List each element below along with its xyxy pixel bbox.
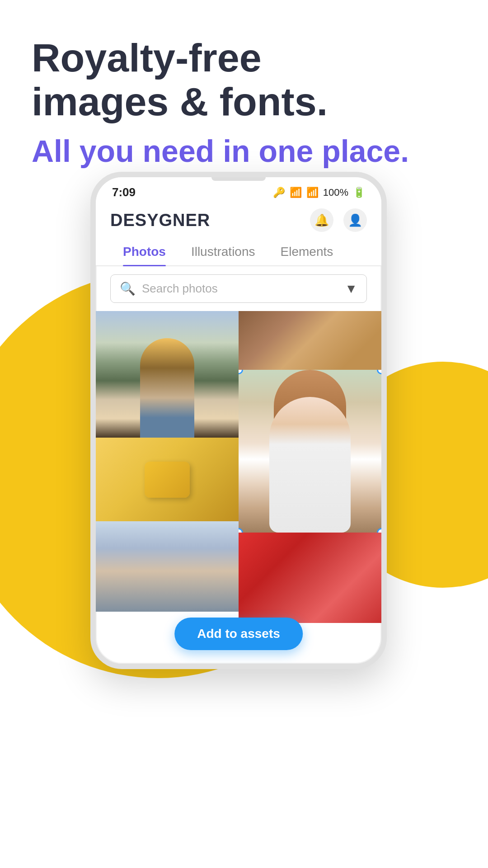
app-logo: DESYGNER (110, 211, 210, 230)
profile-icon: 👤 (348, 213, 362, 227)
signal-icon: 📶 (306, 187, 319, 198)
wifi-icon: 📶 (290, 187, 302, 198)
photo-indoor[interactable] (239, 311, 381, 370)
left-column (96, 311, 239, 664)
tab-photos[interactable]: Photos (110, 236, 178, 265)
search-icon: 🔍 (120, 281, 136, 296)
main-title: Royalty-free images & fonts. (32, 36, 456, 124)
notification-bell-button[interactable]: 🔔 (310, 208, 333, 232)
bride-figure-shape (269, 397, 351, 533)
phone-mockup: 7:09 🔑 📶 📶 100% 🔋 DESYGNER 🔔 👤 (90, 172, 398, 669)
tabs-bar: Photos Illustrations Elements (96, 236, 381, 266)
status-time: 7:09 (112, 185, 136, 199)
bg-white-bottom (63, 732, 425, 868)
status-icons: 🔑 📶 📶 100% 🔋 (273, 187, 365, 198)
phone-notch (211, 177, 266, 181)
battery-icon: 🔋 (353, 187, 365, 198)
status-bar: 7:09 🔑 📶 📶 100% 🔋 (96, 177, 381, 204)
key-icon: 🔑 (273, 187, 285, 198)
tab-elements[interactable]: Elements (268, 236, 346, 265)
search-bar[interactable]: 🔍 Search photos ▼ (110, 274, 367, 303)
filter-icon[interactable]: ▼ (345, 282, 357, 296)
header-icons: 🔔 👤 (310, 208, 367, 232)
photographer-figure (140, 338, 194, 438)
vintage-phone-shape (145, 462, 190, 498)
photo-grid: Add to assets (96, 311, 381, 664)
photo-photographer[interactable] (96, 311, 239, 438)
title-line2: images & fonts. (32, 79, 328, 124)
bell-icon: 🔔 (314, 213, 329, 227)
photo-strawberries[interactable] (239, 533, 381, 623)
title-line1: Royalty-free (32, 35, 262, 80)
search-input[interactable]: Search photos (142, 282, 338, 296)
bride-photo (239, 370, 381, 533)
tab-illustrations[interactable]: Illustrations (178, 236, 268, 265)
add-to-assets-label: Add to assets (197, 627, 280, 641)
photo-bride-selected[interactable] (239, 370, 381, 533)
app-header: DESYGNER 🔔 👤 (96, 204, 381, 236)
battery-label: 100% (323, 187, 348, 198)
right-column (239, 311, 381, 664)
phone-frame: 7:09 🔑 📶 📶 100% 🔋 DESYGNER 🔔 👤 (90, 172, 387, 669)
add-to-assets-button[interactable]: Add to assets (174, 618, 303, 650)
subtitle: All you need in one place. (32, 133, 456, 170)
photo-vintage-phone[interactable] (96, 438, 239, 521)
profile-button[interactable]: 👤 (343, 208, 367, 232)
header-section: Royalty-free images & fonts. All you nee… (0, 0, 488, 188)
photo-woman-sitting[interactable] (96, 521, 239, 612)
